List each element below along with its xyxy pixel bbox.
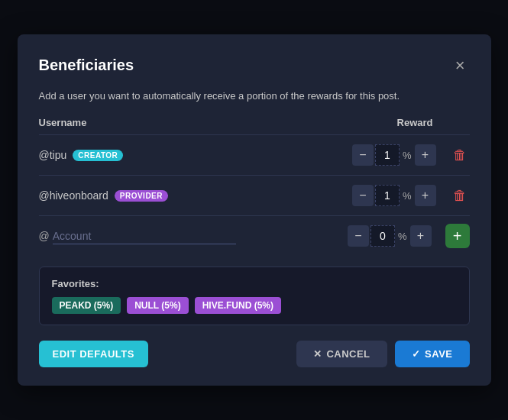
table-row: @hiveonboard PROVIDER − 1 % + 🗑 <box>39 176 470 216</box>
beneficiaries-modal: Beneficiaries × Add a user you want to a… <box>18 34 491 386</box>
username-cell: @hiveonboard PROVIDER <box>39 189 352 202</box>
modal-footer: EDIT DEFAULTS ✕ CANCEL ✓ SAVE <box>39 341 470 367</box>
footer-right: ✕ CANCEL ✓ SAVE <box>296 341 470 367</box>
decrement-button[interactable]: − <box>352 144 374 166</box>
table-row: @tipu CREATOR − 1 % + 🗑 <box>39 135 470 176</box>
favorite-tag-peakd[interactable]: PEAKD (5%) <box>52 297 121 314</box>
reward-value: 1 <box>375 185 400 206</box>
account-input-wrap: @ <box>39 228 348 244</box>
decrement-button[interactable]: − <box>348 225 369 247</box>
modal-overlay: Beneficiaries × Add a user you want to a… <box>0 0 508 420</box>
cancel-label: CANCEL <box>326 348 370 360</box>
reward-controls: − 0 % + <box>348 225 432 247</box>
favorites-tags: PEAKD (5%) NULL (5%) HIVE.FUND (5%) <box>52 297 457 314</box>
close-button[interactable]: × <box>451 56 470 76</box>
username-tipu: @tipu <box>39 149 67 161</box>
reward-controls: − 1 % + <box>352 144 436 166</box>
save-icon: ✓ <box>412 348 421 360</box>
increment-button[interactable]: + <box>410 225 432 247</box>
creator-badge: CREATOR <box>73 150 123 161</box>
at-sign: @ <box>39 230 50 242</box>
reward-controls: − 1 % + <box>352 185 436 206</box>
favorites-box: Favorites: PEAKD (5%) NULL (5%) HIVE.FUN… <box>39 267 470 325</box>
reward-value: 1 <box>375 144 400 166</box>
reward-value: 0 <box>370 225 395 247</box>
save-label: SAVE <box>425 348 452 360</box>
favorite-tag-null[interactable]: NULL (5%) <box>127 297 188 314</box>
edit-defaults-button[interactable]: EDIT DEFAULTS <box>39 341 148 367</box>
modal-title: Beneficiaries <box>39 57 134 74</box>
account-input[interactable] <box>53 228 236 244</box>
modal-header: Beneficiaries × <box>39 56 470 76</box>
username-cell: @tipu CREATOR <box>39 149 352 161</box>
username-hiveonboard: @hiveonboard <box>39 189 108 202</box>
percent-label: % <box>403 190 412 202</box>
delete-button[interactable]: 🗑 <box>450 146 470 165</box>
cancel-button[interactable]: ✕ CANCEL <box>296 341 387 367</box>
col-reward-header: Reward <box>397 117 433 128</box>
percent-label: % <box>403 150 412 161</box>
cancel-icon: ✕ <box>313 348 322 360</box>
col-username-header: Username <box>39 117 397 128</box>
percent-label: % <box>398 231 407 242</box>
add-beneficiary-button[interactable]: + <box>445 224 470 248</box>
favorites-label: Favorites: <box>52 278 457 289</box>
delete-button[interactable]: 🗑 <box>450 186 470 205</box>
increment-button[interactable]: + <box>415 185 436 206</box>
decrement-button[interactable]: − <box>352 185 374 206</box>
save-button[interactable]: ✓ SAVE <box>395 341 470 367</box>
table-header: Username Reward <box>39 117 470 135</box>
increment-button[interactable]: + <box>415 144 436 166</box>
modal-description: Add a user you want to automatically rec… <box>39 89 470 103</box>
favorite-tag-hivefund[interactable]: HIVE.FUND (5%) <box>195 297 281 314</box>
provider-badge: PROVIDER <box>115 190 168 202</box>
add-beneficiary-row: @ − 0 % + + <box>39 216 470 256</box>
